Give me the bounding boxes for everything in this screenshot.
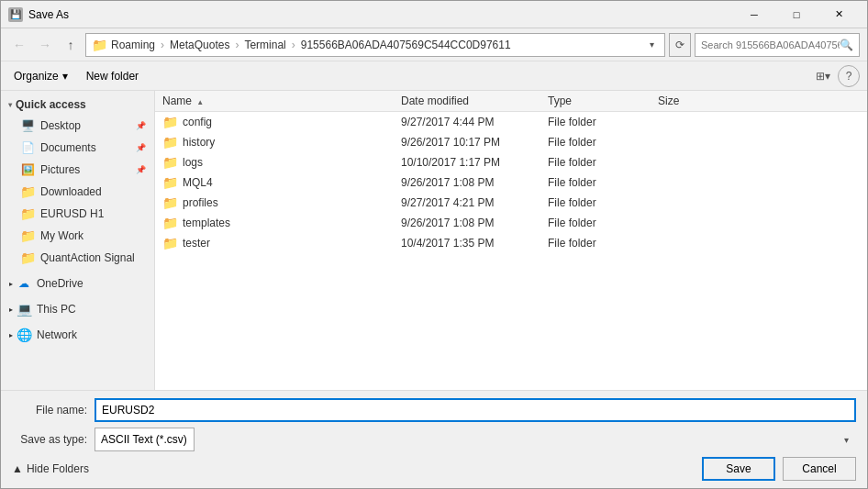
help-button[interactable]: ?	[838, 65, 860, 87]
filename-label: File name:	[12, 404, 95, 417]
organize-button[interactable]: Organize ▾	[8, 65, 73, 87]
quick-access-arrow: ▾	[8, 101, 12, 109]
organize-toolbar: Organize ▾ New folder ⊞ ▾ ?	[1, 61, 867, 91]
main-content: ▾ Quick access 🖥️ Desktop 📌 📄 Documents …	[1, 91, 867, 390]
sep2: ›	[235, 39, 239, 51]
sidebar-item-network[interactable]: ▸ 🌐 Network	[1, 324, 154, 346]
search-box[interactable]: 🔍	[695, 33, 860, 57]
quantaction-folder-icon: 📁	[20, 250, 35, 265]
sidebar-header-quick-access[interactable]: ▾ Quick access	[1, 94, 154, 115]
network-label: Network	[37, 328, 146, 341]
file-name-cell: 📁 templates	[162, 216, 401, 230]
mywork-label: My Work	[40, 229, 146, 242]
save-button[interactable]: Save	[702, 457, 775, 481]
col-name-header[interactable]: Name ▲	[162, 94, 401, 107]
sidebar-item-documents[interactable]: 📄 Documents 📌	[1, 137, 154, 159]
breadcrumb-guid: 915566BA06ADA407569C544CC0D97611	[301, 39, 511, 51]
filename-row: File name:	[12, 398, 856, 422]
file-name: config	[183, 116, 212, 128]
file-type: File folder	[548, 136, 658, 149]
back-button[interactable]: ←	[8, 34, 30, 56]
folder-icon: 📁	[162, 115, 177, 129]
refresh-button[interactable]: ⟳	[669, 33, 691, 57]
table-row[interactable]: 📁 profiles 9/27/2017 4:21 PM File folder	[155, 193, 867, 213]
sidebar: ▾ Quick access 🖥️ Desktop 📌 📄 Documents …	[1, 91, 155, 390]
file-date: 9/27/2017 4:44 PM	[401, 116, 548, 128]
forward-button[interactable]: →	[34, 34, 56, 56]
sidebar-section-network: ▸ 🌐 Network	[1, 324, 154, 346]
sidebar-item-eurusd[interactable]: 📁 EURUSD H1	[1, 203, 154, 225]
network-icon: 🌐	[17, 328, 31, 342]
file-name: tester	[183, 237, 210, 250]
table-row[interactable]: 📁 logs 10/10/2017 1:17 PM File folder	[155, 152, 867, 172]
documents-label: Documents	[40, 141, 132, 154]
breadcrumb-metaquotes: MetaQuotes	[170, 39, 229, 51]
downloaded-label: Downloaded	[40, 185, 146, 198]
folder-icon: 📁	[162, 236, 177, 250]
file-date: 10/4/2017 1:35 PM	[401, 237, 548, 250]
table-row[interactable]: 📁 history 9/26/2017 10:17 PM File folder	[155, 132, 867, 152]
sidebar-item-desktop[interactable]: 🖥️ Desktop 📌	[1, 115, 154, 137]
filename-input[interactable]	[95, 398, 856, 422]
sidebar-item-pictures[interactable]: 🖼️ Pictures 📌	[1, 159, 154, 181]
cancel-button[interactable]: Cancel	[783, 457, 856, 481]
downloaded-folder-icon: 📁	[20, 184, 35, 199]
title-bar: 💾 Save As ─ □ ✕	[1, 1, 867, 28]
col-type-header[interactable]: Type	[548, 94, 658, 107]
pictures-label: Pictures	[40, 163, 132, 176]
table-row[interactable]: 📁 templates 9/26/2017 1:08 PM File folde…	[155, 213, 867, 233]
table-row[interactable]: 📁 tester 10/4/2017 1:35 PM File folder	[155, 233, 867, 253]
organize-dropdown-icon: ▾	[62, 70, 68, 83]
file-type: File folder	[548, 196, 658, 209]
file-name: profiles	[183, 196, 218, 209]
col-date-header[interactable]: Date modified	[401, 94, 548, 107]
search-icon: 🔍	[840, 39, 853, 51]
savetype-label: Save as type:	[12, 433, 95, 446]
file-name: logs	[183, 156, 203, 169]
table-row[interactable]: 📁 MQL4 9/26/2017 1:08 PM File folder	[155, 172, 867, 193]
sep1: ›	[161, 39, 164, 51]
file-name-cell: 📁 config	[162, 115, 401, 129]
view-grid-icon: ⊞	[816, 70, 825, 83]
table-row[interactable]: 📁 config 9/27/2017 4:44 PM File folder	[155, 112, 867, 132]
sidebar-section-onedrive: ▸ ☁ OneDrive	[1, 272, 154, 295]
pictures-pin-icon: 📌	[136, 165, 146, 174]
onedrive-arrow: ▸	[9, 280, 13, 288]
window-title: Save As	[28, 8, 733, 21]
close-button[interactable]: ✕	[818, 1, 860, 28]
file-name: templates	[183, 217, 230, 229]
sort-arrow: ▲	[196, 98, 204, 106]
col-size-header[interactable]: Size	[658, 94, 731, 107]
savetype-row: Save as type: ASCII Text (*.csv)	[12, 428, 856, 451]
file-name-cell: 📁 logs	[162, 155, 401, 170]
sidebar-item-thispc[interactable]: ▸ 💻 This PC	[1, 298, 154, 320]
view-button[interactable]: ⊞ ▾	[812, 65, 834, 87]
documents-icon: 📄	[20, 140, 35, 155]
file-type: File folder	[548, 237, 658, 250]
quantaction-label: QuantAction Signal	[40, 251, 146, 264]
minimize-button[interactable]: ─	[733, 1, 775, 28]
search-input[interactable]	[701, 39, 840, 50]
sidebar-item-quantaction[interactable]: 📁 QuantAction Signal	[1, 247, 154, 269]
new-folder-button[interactable]: New folder	[81, 65, 144, 87]
thispc-label: This PC	[37, 303, 146, 316]
file-name-cell: 📁 history	[162, 135, 401, 150]
window-controls: ─ □ ✕	[733, 1, 860, 28]
sidebar-item-mywork[interactable]: 📁 My Work	[1, 225, 154, 247]
file-date: 10/10/2017 1:17 PM	[401, 156, 548, 169]
quick-access-label: Quick access	[16, 98, 86, 111]
address-dropdown-button[interactable]: ▾	[644, 34, 659, 56]
address-bar[interactable]: 📁 Roaming › MetaQuotes › Terminal › 9155…	[85, 33, 665, 57]
sidebar-item-downloaded[interactable]: 📁 Downloaded	[1, 181, 154, 203]
desktop-label: Desktop	[40, 119, 132, 132]
sep3: ›	[292, 39, 295, 51]
savetype-select[interactable]: ASCII Text (*.csv)	[95, 428, 195, 451]
up-button[interactable]: ↑	[60, 34, 82, 56]
maximize-button[interactable]: □	[775, 1, 818, 28]
file-name-cell: 📁 profiles	[162, 195, 401, 210]
hide-folders-button[interactable]: ▲ Hide Folders	[12, 462, 89, 475]
file-type: File folder	[548, 217, 658, 229]
sidebar-item-onedrive[interactable]: ▸ ☁ OneDrive	[1, 272, 154, 295]
onedrive-icon: ☁	[17, 276, 31, 291]
breadcrumb-roaming: Roaming	[111, 39, 155, 51]
